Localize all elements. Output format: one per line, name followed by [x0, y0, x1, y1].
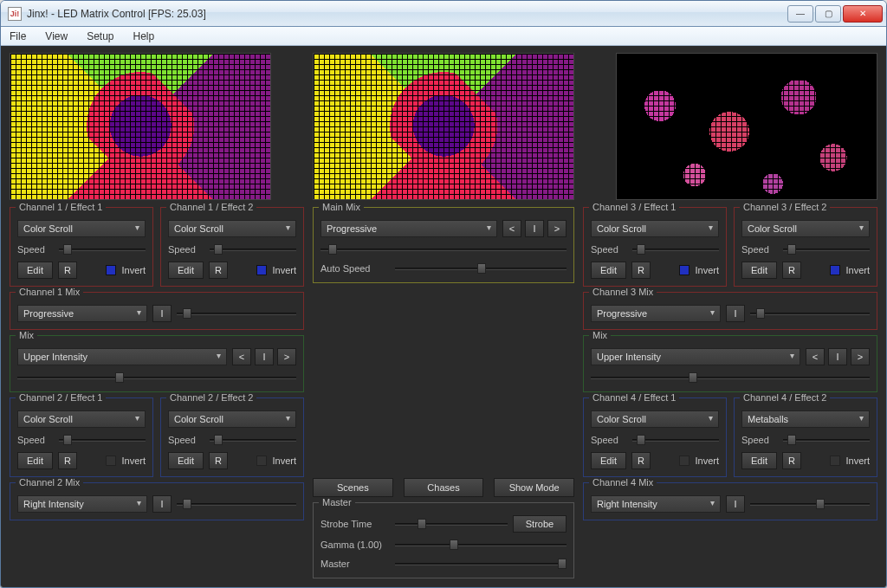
ch4-eff1-invert-checkbox[interactable] — [679, 456, 690, 466]
ch1-eff2-speed-slider[interactable] — [210, 242, 296, 256]
ch1-mix-slider[interactable] — [177, 307, 296, 320]
menu-view[interactable]: View — [42, 29, 71, 44]
ch3-eff2-combo[interactable]: Color Scroll — [741, 220, 870, 237]
chases-button[interactable]: Chases — [404, 478, 484, 497]
master-slider[interactable] — [395, 557, 567, 571]
mix-right-next-button[interactable]: > — [851, 348, 870, 365]
ch1-eff1-edit-button[interactable]: Edit — [17, 262, 53, 279]
mix-right-i-button[interactable]: I — [828, 348, 847, 365]
ch2-mix-i-button[interactable]: I — [152, 495, 172, 513]
ch4-eff2-speed-slider[interactable] — [783, 433, 870, 447]
ch4-eff1-reset-button[interactable]: R — [631, 452, 651, 469]
preview-left — [10, 53, 271, 200]
legend-ch3-eff2: Channel 3 / Effect 2 — [740, 202, 830, 212]
menu-setup[interactable]: Setup — [83, 29, 117, 44]
ch4-eff1-combo[interactable]: Color Scroll — [591, 410, 719, 428]
mix-right-combo[interactable]: Upper Intensity — [591, 348, 800, 365]
master-gamma-slider[interactable] — [395, 538, 567, 552]
master-strobetime-slider[interactable] — [395, 517, 508, 531]
master-master-label: Master — [320, 559, 390, 569]
ch4-mix-combo[interactable]: Right Intensity — [591, 495, 721, 513]
ch4-eff2-speed-label: Speed — [741, 435, 778, 445]
ch2-eff1-reset-button[interactable]: R — [58, 452, 77, 469]
mix-left-combo[interactable]: Upper Intensity — [17, 348, 227, 365]
group-ch4-mix: Channel 4 Mix Right Intensity I — [583, 482, 877, 520]
ch3-mix-slider[interactable] — [750, 307, 870, 320]
ch1-eff2-edit-button[interactable]: Edit — [168, 262, 204, 279]
legend-main-mix: Main Mix — [319, 202, 364, 212]
ch2-eff1-combo[interactable]: Color Scroll — [17, 410, 146, 428]
legend-ch4-eff1: Channel 4 / Effect 1 — [589, 392, 679, 403]
center-column: Main Mix Progressive < I > Auto Speed — [313, 207, 574, 578]
ch1-eff1-speed-slider[interactable] — [59, 242, 146, 256]
ch3-eff1-color-swatch[interactable] — [679, 265, 690, 275]
ch2-eff1-speed-slider[interactable] — [59, 433, 146, 447]
ch4-eff2-invert-checkbox[interactable] — [830, 456, 840, 466]
ch1-eff2-color-swatch[interactable] — [256, 265, 267, 275]
ch1-mix-combo[interactable]: Progressive — [17, 305, 147, 322]
group-ch3-mix: Channel 3 Mix Progressive I — [583, 292, 877, 330]
master-gamma-label: Gamma (1.00) — [320, 540, 390, 550]
ch2-eff2-speed-slider[interactable] — [210, 433, 296, 447]
main-mix-combo[interactable]: Progressive — [320, 220, 497, 237]
ch3-eff1-reset-button[interactable]: R — [631, 262, 651, 279]
ch2-eff2-combo[interactable]: Color Scroll — [168, 410, 296, 428]
ch4-eff2-edit-button[interactable]: Edit — [741, 452, 777, 469]
ch3-eff1-combo[interactable]: Color Scroll — [591, 220, 719, 237]
main-mix-slider[interactable] — [320, 242, 567, 256]
minimize-button[interactable]: — — [787, 5, 813, 23]
ch4-eff1-speed-slider[interactable] — [632, 433, 719, 447]
close-button[interactable]: ✕ — [843, 5, 883, 23]
ch1-eff2-speed-label: Speed — [168, 244, 204, 255]
main-mix-prev-button[interactable]: < — [502, 220, 521, 237]
ch1-eff1-color-swatch[interactable] — [106, 265, 116, 275]
ch2-mix-slider[interactable] — [177, 497, 296, 511]
group-ch1-eff2: Channel 1 / Effect 2 Color Scroll Speed … — [160, 207, 304, 287]
main-mix-autospeed-slider[interactable] — [395, 262, 567, 275]
legend-master: Master — [319, 497, 355, 507]
ch3-eff1-edit-button[interactable]: Edit — [591, 262, 626, 279]
ch1-eff2-reset-button[interactable]: R — [209, 262, 228, 279]
legend-ch1-eff2: Channel 1 / Effect 2 — [166, 202, 256, 212]
ch4-eff1-edit-button[interactable]: Edit — [591, 452, 626, 469]
ch4-mix-i-button[interactable]: I — [726, 495, 745, 513]
ch3-eff2-reset-button[interactable]: R — [782, 262, 801, 279]
ch2-eff1-invert-checkbox[interactable] — [106, 456, 116, 466]
ch3-eff2-speed-slider[interactable] — [783, 242, 870, 256]
ch2-eff2-edit-button[interactable]: Edit — [168, 452, 204, 469]
ch3-eff2-color-swatch[interactable] — [830, 265, 840, 275]
ch3-mix-combo[interactable]: Progressive — [591, 305, 721, 322]
ch4-eff2-reset-button[interactable]: R — [782, 452, 801, 469]
ch2-mix-combo[interactable]: Right Intensity — [17, 495, 147, 513]
mix-right-slider[interactable] — [591, 371, 870, 384]
menu-help[interactable]: Help — [130, 29, 159, 44]
menu-file[interactable]: File — [6, 29, 29, 44]
ch4-eff2-combo[interactable]: Metaballs — [741, 410, 870, 428]
mix-right-prev-button[interactable]: < — [806, 348, 825, 365]
maximize-button[interactable]: ▢ — [815, 5, 841, 23]
main-mix-i-button[interactable]: I — [525, 220, 544, 237]
ch2-eff2-invert-checkbox[interactable] — [256, 456, 267, 466]
ch3-eff1-speed-slider[interactable] — [632, 242, 719, 256]
ch3-eff2-edit-button[interactable]: Edit — [741, 262, 777, 279]
app-icon: Ji! — [8, 7, 22, 21]
group-ch4-eff2: Channel 4 / Effect 2 Metaballs Speed Edi… — [734, 397, 877, 477]
mix-left-prev-button[interactable]: < — [232, 348, 251, 365]
mix-left-next-button[interactable]: > — [277, 348, 296, 365]
ch1-eff1-reset-button[interactable]: R — [58, 262, 77, 279]
ch1-eff2-invert-label: Invert — [272, 265, 296, 275]
ch2-eff1-edit-button[interactable]: Edit — [17, 452, 53, 469]
ch1-eff2-combo[interactable]: Color Scroll — [168, 220, 296, 237]
mix-left-slider[interactable] — [17, 371, 296, 384]
showmode-button[interactable]: Show Mode — [494, 478, 574, 497]
ch4-mix-slider[interactable] — [750, 497, 870, 511]
scenes-button[interactable]: Scenes — [313, 478, 393, 497]
ch3-mix-i-button[interactable]: I — [726, 305, 745, 322]
ch2-eff2-reset-button[interactable]: R — [209, 452, 228, 469]
mix-left-i-button[interactable]: I — [255, 348, 274, 365]
app-window: Ji! Jinx! - LED Matrix Control [FPS: 25.… — [0, 0, 887, 588]
ch1-eff1-combo[interactable]: Color Scroll — [17, 220, 146, 237]
main-mix-next-button[interactable]: > — [547, 220, 567, 237]
ch1-mix-i-button[interactable]: I — [152, 305, 172, 322]
strobe-button[interactable]: Strobe — [513, 515, 567, 533]
